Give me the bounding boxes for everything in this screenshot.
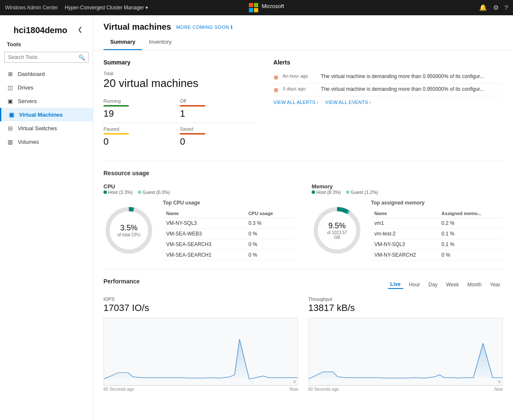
stat-saved-bar xyxy=(180,133,205,134)
stat-saved-value: 0 xyxy=(180,136,251,147)
sidebar-item-volumes[interactable]: ▥ Volumes xyxy=(0,135,93,148)
performance-title: Performance xyxy=(103,278,140,285)
cpu-guest-legend: Guest (0.3%) xyxy=(142,190,170,195)
time-btn-live[interactable]: Live xyxy=(388,280,403,289)
memory-table: Name Assigned memo... vm1 0.2 % xyxy=(371,209,503,260)
bell-icon[interactable]: 🔔 xyxy=(479,4,487,11)
search-tools-input[interactable] xyxy=(5,52,75,62)
memory-sub: of 1023.57 GB xyxy=(324,230,350,239)
mem-host-dot xyxy=(312,190,315,194)
total-count: 20 virtual machines xyxy=(103,77,256,90)
topbar-icons: 🔔 ⚙ ? xyxy=(479,4,508,11)
view-all-events-link[interactable]: VIEW ALL EVENTS › xyxy=(325,100,371,105)
tools-heading: Tools xyxy=(0,39,93,50)
cpu-row3-value: 0 % xyxy=(245,239,295,250)
cpu-row2-value: 0 % xyxy=(245,229,295,239)
alert-text-1: The virtual machine is demanding more th… xyxy=(321,73,484,79)
memory-legend: Host (8.3%) Guest (1.2%) xyxy=(312,190,503,195)
memory-donut-container: 9.5% of 1023.57 GB Top assigned memory N xyxy=(312,200,503,260)
topbar: Windows Admin Center Hyper-Converged Clu… xyxy=(0,0,513,15)
sidebar-item-label-volumes: Volumes xyxy=(18,139,39,145)
time-btn-year[interactable]: Year xyxy=(488,281,503,288)
stat-running-label: Running xyxy=(103,98,175,104)
cpu-row1-value: 0.3 % xyxy=(245,218,295,229)
sidebar: hci1804demo ❮ Tools 🔍 ⊞ Dashboard ◫ Driv… xyxy=(0,15,93,420)
mem-row2-name: vm-test-2 xyxy=(371,229,438,239)
search-tools-field[interactable]: 🔍 xyxy=(4,52,89,63)
table-row: VM-SEA-SEARCH3 0 % xyxy=(163,239,295,250)
view-all-alerts-link[interactable]: VIEW ALL ALERTS › xyxy=(273,100,318,105)
sidebar-collapse-button[interactable]: ❮ xyxy=(74,24,86,34)
more-coming-label[interactable]: MORE COMING SOON ℹ xyxy=(176,24,233,30)
performance-section: Performance Live Hour Day Week Month Yea… xyxy=(103,269,503,400)
brand-label: Windows Admin Center xyxy=(5,5,58,11)
virtual-switches-icon: ⊟ xyxy=(7,125,14,132)
memory-pct: 9.5% xyxy=(324,221,350,230)
sidebar-item-label-servers: Servers xyxy=(18,98,37,104)
dashboard-icon: ⊞ xyxy=(7,70,14,77)
cpu-sub: of total CPU xyxy=(117,232,140,237)
cpu-guest-dot xyxy=(138,190,141,194)
search-icon: 🔍 xyxy=(75,53,89,62)
iops-chart-start: 60 Seconds ago xyxy=(103,387,134,392)
mem-row1-value: 0.2 % xyxy=(438,218,503,229)
iops-chart-area: 0 xyxy=(103,318,298,386)
stat-off-value: 1 xyxy=(180,108,251,119)
iops-value: 17037 IO/s xyxy=(103,302,298,314)
time-btn-month[interactable]: Month xyxy=(465,281,484,288)
mem-host-legend: Host (8.3%) xyxy=(316,190,341,195)
sidebar-item-virtual-machines[interactable]: ▣ Virtual Machines xyxy=(0,108,93,121)
cpu-col-name: Name xyxy=(163,209,245,218)
sidebar-item-drives[interactable]: ◫ Drives xyxy=(0,81,93,94)
mem-guest-legend: Guest (1.2%) xyxy=(351,190,378,195)
tab-summary[interactable]: Summary xyxy=(103,35,142,50)
stat-saved-label: Saved xyxy=(180,126,251,132)
stat-paused: Paused 0 xyxy=(103,123,180,151)
cpu-label: CPU xyxy=(103,183,295,190)
cpu-row3-name: VM-SEA-SEARCH3 xyxy=(163,239,245,250)
stat-paused-label: Paused xyxy=(103,126,175,132)
iops-chart: IOPS 17037 IO/s xyxy=(103,297,298,392)
sidebar-item-label-vms: Virtual Machines xyxy=(19,112,63,118)
iops-label: IOPS xyxy=(103,297,298,302)
info-icon: ℹ xyxy=(231,24,233,30)
time-btn-day[interactable]: Day xyxy=(426,281,440,288)
stat-off-bar xyxy=(180,105,205,106)
performance-header: Performance Live Hour Day Week Month Yea… xyxy=(103,278,503,291)
resource-usage-title: Resource usage xyxy=(103,170,503,176)
svg-rect-3 xyxy=(254,8,258,12)
time-btn-hour[interactable]: Hour xyxy=(407,281,423,288)
settings-icon[interactable]: ⚙ xyxy=(493,4,499,11)
cpu-row4-value: 0 % xyxy=(245,250,295,260)
chevron-right-icon-2: › xyxy=(369,100,371,105)
cpu-row4-name: VM-SEA-SEARCH1 xyxy=(163,250,245,260)
cpu-legend: Host (3.3%) Guest (0.3%) xyxy=(103,190,295,195)
resource-grid: CPU Host (3.3%) Guest (0.3%) xyxy=(103,183,503,260)
volumes-icon: ▥ xyxy=(7,138,14,145)
table-row: vm1 0.2 % xyxy=(371,218,503,229)
table-row: VM-NY-SQL3 0.3 % xyxy=(163,218,295,229)
sidebar-item-virtual-switches[interactable]: ⊟ Virtual Switches xyxy=(0,121,93,135)
performance-charts: IOPS 17037 IO/s xyxy=(103,297,503,392)
alert-icon-2: ⊗ xyxy=(273,87,279,93)
cpu-host-dot xyxy=(103,190,107,194)
cpu-row1-name: VM-NY-SQL3 xyxy=(163,218,245,229)
help-icon[interactable]: ? xyxy=(505,4,508,11)
alerts-label: Alerts xyxy=(273,59,503,66)
vm-stats-grid: Running 19 Off 1 Paused 0 xyxy=(103,95,256,151)
mem-guest-dot xyxy=(346,190,349,194)
table-row: vm-test-2 0.1 % xyxy=(371,229,503,239)
tab-inventory[interactable]: Inventory xyxy=(142,35,178,50)
mem-col-assigned: Assigned memo... xyxy=(438,209,503,218)
alert-links: VIEW ALL ALERTS › VIEW ALL EVENTS › xyxy=(273,100,503,105)
time-btn-week[interactable]: Week xyxy=(443,281,461,288)
stat-off: Off 1 xyxy=(180,95,256,123)
memory-donut-chart: 9.5% of 1023.57 GB xyxy=(312,205,362,256)
stat-paused-value: 0 xyxy=(103,136,175,147)
sidebar-item-dashboard[interactable]: ⊞ Dashboard xyxy=(0,67,93,81)
sidebar-item-servers[interactable]: ▣ Servers xyxy=(0,94,93,108)
time-controls: Live Hour Day Week Month Year xyxy=(388,280,503,289)
cpu-donut-chart: 3.5% of total CPU xyxy=(103,205,154,256)
sidebar-nav: ⊞ Dashboard ◫ Drives ▣ Servers ▣ Virtual… xyxy=(0,67,93,420)
tabs: Summary Inventory xyxy=(103,35,503,50)
